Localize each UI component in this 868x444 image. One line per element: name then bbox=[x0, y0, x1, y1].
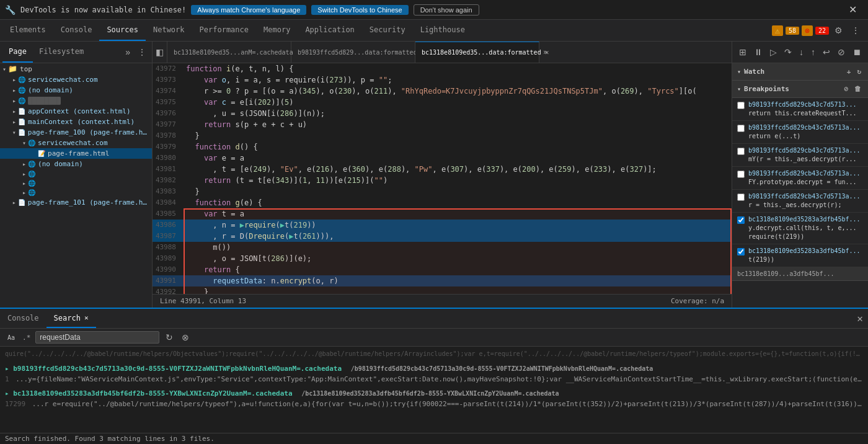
error-icon: ⊗ bbox=[802, 25, 813, 36]
tree-item-nodomain2[interactable]: ▸ 🌐 (no domain) bbox=[0, 159, 152, 169]
sidebar-tab-row: Page Filesystem » ⋮ bbox=[0, 42, 153, 63]
code-line-43986[interactable]: 43986 , n = ▶require(▶t(219)) bbox=[153, 220, 732, 231]
line-column-info: Line 43991, Column 13 bbox=[160, 297, 246, 305]
code-line-43991[interactable]: 43991 requestData: n.encrypt(o, r) bbox=[153, 275, 732, 286]
tree-item-pageframe101[interactable]: ▸ 📄 page-frame_101 (page-frame.htm bbox=[0, 197, 152, 208]
match-language-button[interactable]: Always match Chrome's language bbox=[191, 5, 306, 15]
tab-sources[interactable]: Sources bbox=[99, 20, 146, 41]
tree-item-nodomain1[interactable]: ▸ 🌐 (no domain) bbox=[0, 85, 152, 95]
refresh-watch-icon[interactable]: ↻ bbox=[855, 66, 863, 77]
breakpoint-checkbox-6[interactable] bbox=[737, 248, 745, 255]
deactivate-breakpoints-icon[interactable]: ⊘ bbox=[842, 84, 850, 94]
search-tab-close[interactable]: ✕ bbox=[84, 314, 89, 322]
switch-devtools-button[interactable]: Switch DevTools to Chinese bbox=[311, 5, 408, 15]
code-line-43992: 43992 } bbox=[153, 286, 732, 294]
code-content[interactable]: 43972 function i(e, t, n, l) { 43973 var… bbox=[153, 63, 732, 294]
breakpoint-text-0: b98193ffcd5d829cb43c7d5713... return thi… bbox=[748, 100, 857, 118]
dont-show-button[interactable]: Don't show again bbox=[414, 4, 479, 16]
bottom-panel: Console Search ✕ ✕ Aa .* ↻ ⊗ quire("../.… bbox=[0, 308, 868, 444]
result-overflow[interactable]: quire("../../../../../@babel/runtime/hel… bbox=[5, 349, 863, 360]
notification-close-button[interactable]: ✕ bbox=[843, 2, 863, 17]
tab-performance[interactable]: Performance bbox=[192, 20, 256, 41]
tree-item-blurred1[interactable]: ▸ 🌐 ████████ bbox=[0, 95, 152, 106]
tree-item-appcontext[interactable]: ▸ 📄 appContext (context.html) bbox=[0, 106, 152, 117]
sidebar-menu-button[interactable]: ⋮ bbox=[135, 45, 149, 59]
tab-performance-label: Performance bbox=[200, 25, 249, 34]
breakpoint-text-4: b98193ffcd5d829cb43c7d5713a... r = this.… bbox=[748, 192, 861, 210]
step-button[interactable]: ↩ bbox=[820, 45, 833, 59]
file-tabs-overflow[interactable]: » bbox=[539, 42, 551, 63]
code-line-43978: 43978 } bbox=[153, 130, 732, 141]
breakpoint-item-6: bc1318e8109ed35283a3dfb45bf... t(219)) bbox=[732, 244, 868, 267]
breakpoint-checkbox-1[interactable] bbox=[737, 125, 745, 132]
result-item-1[interactable]: 1 ...y={fileName:"WAServiceMainContext.j… bbox=[5, 374, 863, 384]
tab-lighthouse[interactable]: Lighthouse bbox=[413, 20, 472, 41]
breakpoint-checkbox-4[interactable] bbox=[737, 193, 745, 201]
breakpoint-item-5: bc1318e8109ed35283a3dfb45bf... y.decrypt… bbox=[732, 213, 868, 244]
search-input[interactable] bbox=[35, 331, 159, 344]
result-item-2[interactable]: 17299 ...r e=require("../@babel/runtime/… bbox=[5, 399, 863, 409]
tab-console-bottom[interactable]: Console bbox=[0, 309, 46, 328]
breakpoint-text-5: bc1318e8109ed35283a3dfb45bf... y.decrypt… bbox=[748, 215, 861, 241]
deactivate-breakpoints-button[interactable]: ⊘ bbox=[835, 45, 848, 59]
clear-search-button[interactable]: ⊗ bbox=[179, 331, 192, 344]
more-options-button[interactable]: ⋮ bbox=[848, 24, 863, 37]
breakpoint-checkbox-5[interactable] bbox=[737, 216, 745, 224]
sidebar-more-button[interactable]: » bbox=[122, 45, 133, 59]
file-tab-1[interactable]: b98193ffcd5d829...data:formatted bbox=[291, 42, 415, 63]
sidebar-tab-filesystem[interactable]: Filesystem bbox=[33, 42, 90, 63]
tab-elements[interactable]: Elements bbox=[2, 20, 53, 41]
breakpoint-checkbox-3[interactable] bbox=[737, 171, 745, 178]
refresh-search-button[interactable]: ↻ bbox=[163, 331, 175, 344]
code-line-43983: 43983 } bbox=[153, 186, 732, 197]
tab-right-icons: ⚠ 58 ⊗ 22 ⚙ ⋮ bbox=[772, 20, 868, 41]
settings-button[interactable]: ⚙ bbox=[831, 24, 846, 37]
tree-item-top[interactable]: ▾ 📁 top bbox=[0, 63, 152, 74]
resume-button[interactable]: ▷ bbox=[767, 45, 780, 59]
tab-application[interactable]: Application bbox=[298, 20, 361, 41]
file-tab-2[interactable]: bc1318e8109ed35...data:formatted ✕ bbox=[415, 42, 539, 63]
breakpoint-text-6: bc1318e8109ed35283a3dfb45bf... t(219)) bbox=[748, 247, 861, 264]
aa-toggle[interactable]: Aa bbox=[5, 334, 17, 341]
result-file-2[interactable]: ▸ bc1318e8109ed35283a3dfb45bf6df2b-8555-… bbox=[5, 388, 863, 399]
breakpoint-checkbox-0[interactable] bbox=[737, 102, 745, 109]
code-line-43987[interactable]: 43987 , r = D(Drequire(▶t(261))), bbox=[153, 231, 732, 242]
breakpoints-section-header[interactable]: ▾ Breakpoints ⊘ 🗑 bbox=[732, 81, 868, 98]
tab-elements-label: Elements bbox=[10, 25, 46, 34]
pause-on-exceptions-button[interactable]: ⏹ bbox=[849, 45, 864, 59]
warning-count[interactable]: 58 bbox=[786, 27, 799, 35]
sidebar-tab-page[interactable]: Page bbox=[2, 42, 33, 63]
tree-item-pageframehtml[interactable]: ▸ 📝 page-frame.html bbox=[0, 148, 152, 159]
pause-button[interactable]: ⏸ bbox=[751, 45, 766, 59]
tab-search-bottom[interactable]: Search ✕ bbox=[46, 309, 96, 328]
watch-section-header[interactable]: ▾ Watch + ↻ bbox=[732, 63, 868, 81]
dot-toggle[interactable]: .* bbox=[21, 334, 32, 342]
code-line-43979: 43979 function d() { bbox=[153, 141, 732, 153]
step-into-button[interactable]: ↓ bbox=[796, 45, 807, 59]
remove-breakpoints-icon[interactable]: 🗑 bbox=[852, 84, 863, 94]
file-tab-0[interactable]: bc1318e8109ed35...anM=.cachedata bbox=[167, 42, 291, 63]
step-over-button[interactable]: ↷ bbox=[781, 45, 795, 59]
step-out-button[interactable]: ↑ bbox=[808, 45, 818, 59]
error-count[interactable]: 22 bbox=[815, 27, 829, 35]
tab-security[interactable]: Security bbox=[362, 20, 413, 41]
tab-network[interactable]: Network bbox=[146, 20, 192, 41]
watch-label: Watch bbox=[744, 68, 764, 76]
bottom-panel-close[interactable]: ✕ bbox=[852, 313, 868, 324]
tab-console[interactable]: Console bbox=[53, 20, 100, 41]
tree-item-blurred4[interactable]: ▸ 🌐 bbox=[0, 188, 152, 197]
tree-item-blurred3[interactable]: ▸ 🌐 bbox=[0, 179, 152, 188]
tab-memory-label: Memory bbox=[264, 25, 290, 34]
breakpoint-checkbox-2[interactable] bbox=[737, 148, 745, 155]
warning-icon: ⚠ bbox=[772, 25, 783, 36]
tree-item-maincontext[interactable]: ▸ 📄 mainContext (context.html) bbox=[0, 117, 152, 127]
result-file-1[interactable]: ▸ b98193ffcd5d829cb43c7d5713a30c9d-8555-… bbox=[5, 363, 863, 374]
tree-item-servicewechat1[interactable]: ▸ 🌐 servicewechat.com bbox=[0, 74, 152, 85]
tab-memory[interactable]: Memory bbox=[256, 20, 298, 41]
open-file-button[interactable]: ⊞ bbox=[736, 45, 750, 59]
toggle-sidebar-button[interactable]: ◧ bbox=[153, 42, 167, 63]
add-watch-icon[interactable]: + bbox=[845, 66, 853, 77]
tree-item-servicewechat2[interactable]: ▾ 🌐 servicewechat.com bbox=[0, 138, 152, 148]
tree-item-blurred2[interactable]: ▸ 🌐 bbox=[0, 169, 152, 179]
tree-item-pageframe100[interactable]: ▾ 📄 page-frame_100 (page-frame.htm bbox=[0, 127, 152, 138]
